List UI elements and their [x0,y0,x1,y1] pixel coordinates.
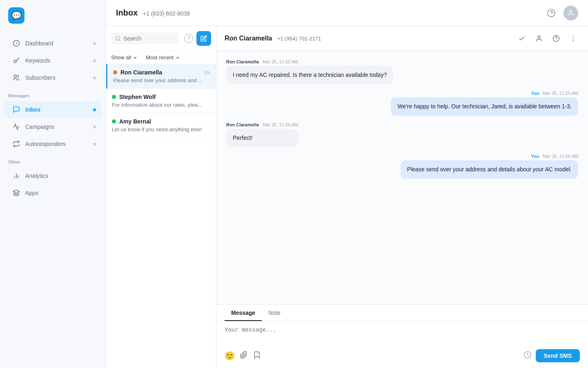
status-dot-stephen [112,95,116,99]
other-section-label: Other [0,153,106,167]
sidebar-item-keywords[interactable]: Keywords [4,52,102,69]
message-2: You Mar 25, 11:05 AM We're happy to help… [391,91,578,116]
conversation-items: Ron Ciaramella 2m Please send over your … [106,64,216,368]
conv-time-ron: 2m [204,70,210,75]
filter-bar: Show all Most recent [106,51,216,64]
sidebar-item-inbox-dot [93,108,96,111]
header-actions [544,6,578,20]
help-button[interactable] [544,6,559,20]
show-all-label: Show all [111,54,131,61]
dashboard-icon [12,39,20,47]
conv-item-header-ron: Ron Ciaramella 2m [113,69,210,76]
message-input[interactable] [225,326,580,339]
contact-button[interactable] [532,32,546,45]
attachment-button[interactable] [240,351,248,361]
msg-meta-1: Ron Ciaramella Mar 25, 11:05 AM [226,59,393,64]
sidebar-item-autoresponders-label: Autoresponders [25,141,66,147]
tab-message[interactable]: Message [225,305,262,321]
send-sms-button[interactable]: Send SMS [536,349,580,362]
svg-point-9 [116,36,120,40]
msg-time-2: Mar 25, 11:05 AM [543,91,578,96]
svg-point-8 [570,10,572,13]
msg-meta-3: Ron Ciaramella Mar 25, 11:06 AM [226,122,298,127]
sidebar-item-inbox[interactable]: Inbox [4,101,102,118]
svg-point-14 [573,36,574,37]
conversation-list: ? Show all Most recent [106,26,216,368]
sidebar-item-analytics-label: Analytics [25,173,48,179]
msg-meta-2: You Mar 25, 11:05 AM [391,91,578,96]
sidebar-item-campaigns-label: Campaigns [25,123,54,130]
conv-item-header-stephen: Stephen Wolf [112,94,210,100]
app-logo: 💬 [8,7,24,24]
conv-name-amy: Amy Bernal [112,118,151,125]
conv-preview-ron: Please send over your address and ... [113,77,210,83]
search-input[interactable] [123,35,174,42]
most-recent-filter[interactable]: Most recent [146,54,180,61]
compose-button[interactable] [196,31,211,46]
sidebar-item-analytics[interactable]: Analytics [4,168,102,184]
input-field-wrap [216,321,588,346]
chat-area: Ron Ciaramella +1 (954) 701-2171 [216,26,588,368]
help-chat-button[interactable] [550,32,563,45]
conversation-item-ron[interactable]: Ron Ciaramella 2m Please send over your … [106,64,216,89]
msg-sender-3: Ron Ciaramella [226,122,259,127]
apps-icon [12,189,20,197]
msg-bubble-2: We're happy to help. Our technician, Jar… [391,97,578,116]
resolve-button[interactable] [515,32,528,45]
conversation-item-stephen[interactable]: Stephen Wolf For information about our r… [106,89,216,113]
more-options-button[interactable] [567,32,580,45]
send-area: Send SMS [523,349,580,362]
emoji-button[interactable]: 🙂 [225,351,235,361]
send-sms-label: Send SMS [544,352,572,359]
sidebar: 💬 Dashboard Keywords Subscribers M [0,0,106,368]
logo-area: 💬 [0,0,106,31]
msg-sender-2: You [531,91,539,96]
conversation-item-amy[interactable]: Amy Bernal Let us know if you need anyth… [106,113,216,138]
user-avatar[interactable] [564,6,578,20]
conv-name-ron: Ron Ciaramella [113,69,162,76]
msg-meta-4: You Mar 25, 11:06 AM [401,154,578,159]
show-all-filter[interactable]: Show all [111,54,138,61]
input-area: Message Note 🙂 [216,304,588,368]
sidebar-item-dashboard-label: Dashboard [25,40,53,47]
chat-header: Ron Ciaramella +1 (954) 701-2171 [216,26,588,51]
sidebar-item-dashboard[interactable]: Dashboard [4,35,102,52]
sidebar-item-subscribers[interactable]: Subscribers [4,70,102,86]
sidebar-item-subscribers-label: Subscribers [25,74,56,81]
msg-sender-1: Ron Ciaramella [226,59,259,64]
sidebar-item-keywords-label: Keywords [25,57,50,64]
autoresponders-icon [12,140,20,148]
svg-point-6 [548,9,555,16]
campaigns-icon [12,123,20,131]
msg-bubble-1: I need my AC repaired. Is there a techni… [226,66,393,84]
message-3: Ron Ciaramella Mar 25, 11:06 AM Perfect! [226,122,298,147]
chat-contact-info: Ron Ciaramella +1 (954) 701-2171 [225,35,321,42]
msg-time-3: Mar 25, 11:06 AM [263,122,298,127]
schedule-button[interactable] [523,351,532,361]
messages-area: Ron Ciaramella Mar 25, 11:05 AM I need m… [216,51,588,304]
sidebar-item-subscribers-dot [93,76,96,79]
conv-preview-amy: Let us know if you need anything else! [112,126,210,132]
messages-section-label: Messages [0,87,106,101]
msg-bubble-4: Please send over your address and detail… [401,160,578,179]
search-help-icon[interactable]: ? [184,34,193,43]
status-dot-ron [113,70,117,74]
conv-preview-stephen: For information about our rates, plea... [112,102,210,108]
sidebar-item-campaigns[interactable]: Campaigns [4,119,102,135]
tab-note[interactable]: Note [262,305,287,321]
msg-time-1: Mar 25, 11:05 AM [263,59,298,64]
main-area: Inbox +1 (833) 602-8038 ? [106,0,588,368]
status-dot-amy [112,119,116,123]
inbox-icon [12,105,20,114]
bookmark-button[interactable] [253,351,261,361]
chat-actions [515,32,580,45]
svg-point-1 [14,60,16,63]
sidebar-item-autoresponders[interactable]: Autoresponders [4,136,102,152]
subscribers-icon [12,74,20,82]
msg-time-4: Mar 25, 11:06 AM [543,154,578,159]
sidebar-item-apps-label: Apps [25,190,38,196]
header-title-area: Inbox +1 (833) 602-8038 [116,8,190,18]
content-area: ? Show all Most recent [106,26,588,368]
sidebar-item-apps[interactable]: Apps [4,185,102,201]
sidebar-item-keywords-dot [93,59,96,62]
